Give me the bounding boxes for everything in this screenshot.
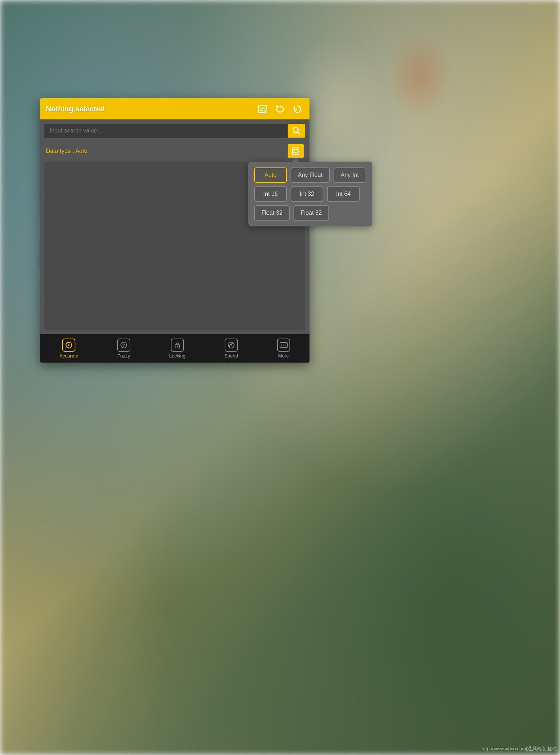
nav-item-more[interactable]: More [270, 336, 297, 361]
accurate-icon [62, 339, 75, 352]
search-icon [292, 127, 300, 135]
watermark: http://www.vipco.com[通风网络]提供 [482, 746, 557, 752]
speed-icon-box [225, 339, 238, 352]
lock-icon [173, 341, 181, 349]
dtype-anyfloat-button[interactable]: Any Float [291, 167, 330, 183]
app-window: Nothing selected [40, 98, 309, 363]
dtype-anyint-button[interactable]: Any Int [334, 167, 366, 183]
undo-button[interactable] [274, 103, 286, 115]
svg-point-15 [68, 344, 70, 346]
speed-label: Speed [224, 353, 238, 359]
window-body: Data type : Auto Auto Any Float Any Int [40, 119, 309, 334]
speed-icon [227, 341, 235, 349]
svg-point-24 [283, 344, 284, 345]
svg-point-22 [230, 344, 232, 345]
dtype-int16-button[interactable]: Int 16 [254, 186, 287, 202]
dropdown-row-1: Auto Any Float Any Int [254, 167, 366, 183]
dtype-float32b-button[interactable]: Float 32 [293, 205, 329, 221]
more-icon [280, 341, 288, 349]
fuzzy-label: Fuzzy [117, 353, 130, 359]
nav-item-accurate[interactable]: Accurate [52, 336, 85, 361]
search-button[interactable] [288, 124, 305, 138]
dtype-int32-button[interactable]: Int 32 [291, 186, 323, 202]
database-icon [291, 147, 300, 155]
window-title: Nothing selected [46, 105, 104, 113]
dtype-float32a-button[interactable]: Float 32 [254, 205, 290, 221]
title-bar: Nothing selected [40, 98, 309, 119]
data-type-button[interactable] [288, 144, 304, 158]
svg-point-25 [285, 344, 286, 345]
more-icon-box [277, 339, 290, 352]
nav-item-fuzzy[interactable]: ? Fuzzy [110, 336, 138, 361]
undo-icon [275, 105, 285, 113]
more-label: More [278, 353, 289, 359]
crosshair-icon [65, 341, 73, 349]
locking-label: Locking [169, 353, 185, 359]
bottom-section [44, 301, 305, 330]
dropdown-row-2: Int 16 Int 32 Int 64 [254, 186, 366, 202]
data-type-row: Data type : Auto Auto Any Float Any Int [44, 141, 305, 161]
search-input[interactable] [44, 124, 288, 138]
svg-text:?: ? [122, 343, 125, 348]
svg-point-23 [281, 344, 282, 345]
title-icon-group [256, 103, 304, 115]
refresh-button[interactable] [291, 103, 304, 115]
data-type-dropdown: Auto Any Float Any Int Int 16 Int 32 Int… [248, 162, 372, 226]
list-icon [258, 105, 267, 113]
bottom-nav: Accurate ? Fuzzy Locking [40, 334, 309, 363]
accurate-label: Accurate [59, 353, 78, 359]
data-type-label: Data type : Auto [46, 148, 87, 154]
svg-point-19 [177, 346, 178, 347]
refresh-icon [293, 105, 302, 113]
list-icon-button[interactable] [256, 103, 269, 115]
dtype-int64-button[interactable]: Int 64 [327, 186, 360, 202]
dtype-auto-button[interactable]: Auto [254, 167, 287, 183]
nav-item-locking[interactable]: Locking [162, 336, 193, 361]
search-row [44, 124, 305, 138]
dropdown-row-3: Float 32 Float 32 [254, 205, 366, 221]
locking-icon-box [171, 339, 184, 352]
question-icon: ? [120, 341, 128, 349]
svg-point-9 [292, 147, 299, 150]
fuzzy-icon-box: ? [117, 339, 130, 352]
nav-item-speed[interactable]: Speed [217, 336, 245, 361]
svg-line-8 [297, 132, 300, 134]
